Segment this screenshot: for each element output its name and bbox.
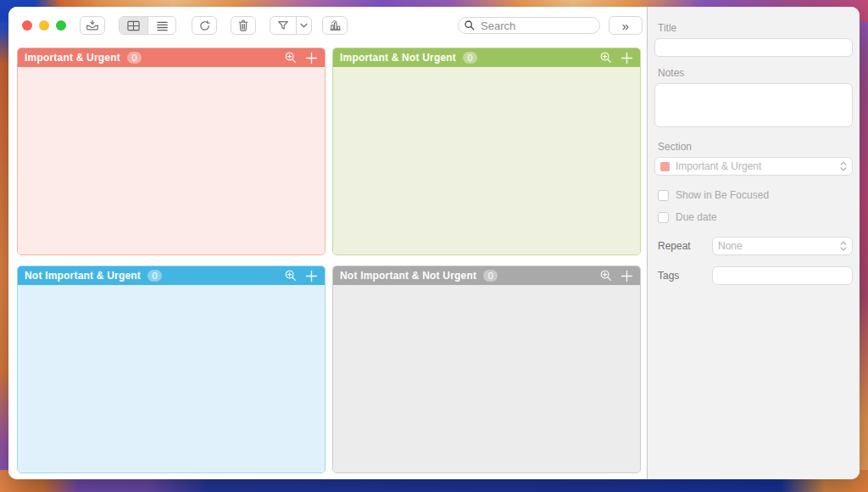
section-value: Important & Urgent: [676, 160, 840, 172]
zoom-button[interactable]: [56, 20, 66, 31]
zoom-in-icon[interactable]: [599, 51, 613, 64]
quadrant-title: Important & Not Urgent: [340, 52, 456, 64]
search-box: [458, 17, 600, 34]
task-count-badge: 0: [127, 52, 142, 64]
quadrant-header: Important & Urgent 0: [18, 48, 325, 67]
quadrant-header: Not Important & Urgent 0: [18, 266, 325, 285]
section-color-swatch: [660, 162, 670, 171]
filter-split-button: [270, 16, 312, 35]
double-chevron-right-icon: »: [622, 19, 629, 33]
view-mode-segmented-control: [119, 16, 176, 35]
main-area: » Important & Urgent 0: [8, 7, 647, 479]
stats-icon: [328, 19, 342, 32]
quadrant-title: Important & Urgent: [25, 52, 120, 64]
list-view-button[interactable]: [147, 17, 175, 34]
toggle-inspector-button[interactable]: »: [609, 16, 643, 35]
quadrant-task-list: [18, 67, 325, 254]
refresh-icon: [198, 19, 212, 33]
minimize-button[interactable]: [39, 20, 49, 31]
repeat-value: None: [718, 240, 840, 252]
section-select[interactable]: Important & Urgent: [654, 157, 853, 176]
search-icon: [464, 20, 476, 31]
app-window: » Important & Urgent 0: [8, 7, 860, 479]
show-in-be-focused-row: Show in Be Focused: [658, 189, 853, 201]
inbox-import-button[interactable]: [80, 16, 105, 35]
task-count-badge: 0: [147, 270, 162, 282]
zoom-in-icon[interactable]: [284, 269, 298, 282]
zoom-in-icon[interactable]: [599, 269, 613, 282]
repeat-select[interactable]: None: [712, 237, 853, 255]
stepper-icon: [840, 241, 847, 251]
quadrant-header: Important & Not Urgent 0: [333, 48, 640, 67]
due-date-label: Due date: [676, 211, 717, 223]
add-task-icon[interactable]: [305, 270, 318, 282]
search-input[interactable]: [458, 17, 600, 34]
quadrant-task-list: [333, 285, 640, 472]
stats-button[interactable]: [322, 16, 348, 35]
quadrant-task-list: [333, 67, 640, 254]
grid-view-icon: [126, 20, 141, 32]
grid-view-button[interactable]: [120, 17, 147, 34]
due-date-row: Due date: [658, 211, 853, 223]
filter-button[interactable]: [270, 17, 296, 34]
quadrant-not-important-urgent: Not Important & Urgent 0: [17, 266, 326, 473]
stepper-icon: [840, 161, 847, 171]
title-label: Title: [658, 22, 853, 34]
repeat-label: Repeat: [654, 240, 712, 252]
inspector-panel: Title Notes Section Important & Urgent S…: [647, 7, 860, 479]
add-task-icon[interactable]: [620, 52, 633, 64]
traffic-lights: [22, 20, 70, 31]
zoom-in-icon[interactable]: [284, 51, 298, 64]
trash-icon: [236, 19, 250, 33]
quadrant-grid: Important & Urgent 0 Important & N: [17, 48, 641, 473]
filter-options-button[interactable]: [296, 17, 311, 34]
show-in-be-focused-checkbox[interactable]: [658, 190, 669, 201]
toolbar: »: [8, 7, 647, 44]
inbox-import-icon: [85, 18, 100, 33]
quadrant-title: Not Important & Not Urgent: [340, 270, 476, 282]
refresh-button[interactable]: [192, 16, 217, 35]
due-date-checkbox[interactable]: [658, 212, 669, 223]
task-count-badge: 0: [483, 270, 498, 282]
filter-icon: [276, 19, 290, 32]
close-button[interactable]: [22, 20, 32, 31]
title-input[interactable]: [654, 38, 853, 57]
tags-label: Tags: [654, 270, 712, 282]
quadrant-important-urgent: Important & Urgent 0: [17, 48, 326, 255]
quadrant-important-not-urgent: Important & Not Urgent 0: [332, 48, 641, 255]
notes-textarea[interactable]: [654, 83, 853, 127]
task-count-badge: 0: [463, 52, 477, 64]
quadrant-title: Not Important & Urgent: [25, 270, 141, 282]
add-task-icon[interactable]: [305, 52, 318, 64]
add-task-icon[interactable]: [620, 270, 633, 282]
show-in-be-focused-label: Show in Be Focused: [676, 189, 769, 201]
tags-row: Tags: [654, 266, 853, 285]
repeat-row: Repeat None: [654, 237, 853, 255]
list-view-icon: [155, 20, 170, 32]
chevron-down-icon: [300, 23, 308, 28]
quadrant-task-list: [18, 285, 325, 472]
section-label: Section: [658, 141, 853, 153]
quadrant-header: Not Important & Not Urgent 0: [333, 266, 640, 285]
quadrant-not-important-not-urgent: Not Important & Not Urgent 0: [332, 266, 641, 473]
trash-button[interactable]: [231, 16, 256, 35]
tags-input[interactable]: [712, 266, 853, 285]
notes-label: Notes: [658, 67, 853, 79]
